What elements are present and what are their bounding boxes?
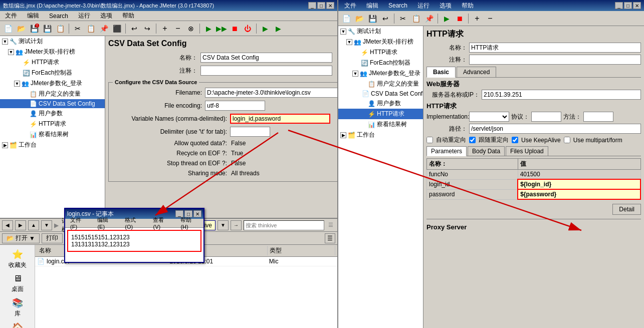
nav-favorites[interactable]: ⭐ 收藏夹 — [0, 247, 35, 271]
cb-auto-redirect[interactable] — [426, 137, 433, 143]
r-tree-userparams[interactable]: 👤 用户参数 — [338, 98, 423, 109]
method-input[interactable] — [583, 112, 613, 122]
protocol-input[interactable] — [531, 112, 561, 122]
toolbar-copy[interactable]: 📋 — [85, 23, 97, 35]
r-toolbar-open[interactable]: 📂 — [353, 13, 365, 25]
tree-item-workbench[interactable]: ▶ 🗂️ 工作台 — [0, 140, 105, 150]
nav-desktop[interactable]: 🖥 桌面 — [0, 271, 35, 295]
tree-item-user-params[interactable]: 👤 用户参数 — [0, 108, 105, 119]
toolbar-revert[interactable]: 📋 — [54, 23, 66, 35]
toolbar-clear[interactable]: ⊗ — [185, 23, 197, 35]
toolbar-play[interactable]: ▶ — [202, 23, 214, 35]
toolbar-save[interactable]: !💾 — [28, 23, 40, 35]
r-tree-uservars[interactable]: 📋 用户定义的变量 — [338, 79, 423, 89]
right-menu-run[interactable]: 运行 — [414, 1, 433, 11]
addr-dropdown[interactable]: ▼ — [218, 220, 229, 230]
r-tree-thread[interactable]: ▼ 👥 JMeter关联-排行榜 — [338, 37, 423, 47]
r-expand-test[interactable]: ▼ — [340, 29, 346, 35]
subtab-filesupload[interactable]: Files Upload — [506, 146, 548, 156]
tree-item-user-vars[interactable]: 📋 用户定义的变量 — [0, 89, 105, 99]
toolbar-expand[interactable]: ⬛ — [111, 23, 123, 35]
r-toolbar-remove[interactable]: − — [484, 13, 496, 25]
menu-run[interactable]: 运行 — [75, 11, 93, 21]
r-expand-thread[interactable]: ▼ — [346, 39, 352, 45]
toolbar-cut[interactable]: ✂ — [72, 23, 84, 35]
r-tree-test-plan[interactable]: ▼ 🔧 测试计划 — [338, 26, 423, 37]
toolbar-stop[interactable]: ⏹ — [229, 23, 241, 35]
expand-test-plan[interactable]: ▼ — [2, 39, 8, 45]
toolbar-paste[interactable]: 📌 — [98, 23, 110, 35]
addr-go[interactable]: → — [231, 220, 242, 230]
toolbar-play2[interactable]: ▶▶ — [216, 23, 228, 35]
server-name-input[interactable] — [482, 90, 641, 100]
subtab-params[interactable]: Parameters — [426, 146, 467, 156]
http-name-input[interactable] — [469, 43, 641, 53]
view-options[interactable]: ☰ — [326, 222, 335, 228]
r-toolbar-new[interactable]: 📄 — [340, 13, 352, 25]
nav-homegroup[interactable]: 🏠 家庭组 — [0, 320, 35, 328]
r-tree-foreach[interactable]: 🔄 ForEach控制器 — [338, 58, 423, 68]
detail-btn[interactable]: Detail — [612, 204, 641, 215]
expand-workbench[interactable]: ▶ — [2, 142, 8, 148]
tree-item-test-plan[interactable]: ▼ 🔧 测试计划 — [0, 36, 105, 47]
notepad-menu-format[interactable]: 格式(O) — [122, 216, 146, 230]
notepad-menu-file[interactable]: 文件(F) — [67, 216, 90, 230]
param-row-password[interactable]: password ${password} — [427, 189, 641, 199]
encoding-input[interactable] — [205, 101, 265, 111]
nav-back[interactable]: ◀ — [2, 220, 13, 230]
notepad-menu-help[interactable]: 帮助(H) — [177, 216, 201, 230]
right-maximize-btn[interactable]: □ — [624, 2, 632, 9]
comment-input[interactable] — [200, 66, 332, 76]
nav-library[interactable]: 📚 库 — [0, 295, 35, 320]
r-toolbar-revt[interactable]: ↩ — [379, 13, 391, 25]
nav-forward[interactable]: ▶ — [15, 220, 26, 230]
r-tree-jmeter-param[interactable]: ▼ 👥 JMeter参数化_登录 — [338, 68, 423, 79]
search-input[interactable] — [244, 220, 324, 230]
cb-keepalive[interactable] — [512, 137, 518, 143]
name-input[interactable] — [200, 53, 332, 63]
r-toolbar-copy[interactable]: 📋 — [410, 13, 422, 25]
r-expand-jparam[interactable]: ▼ — [352, 71, 358, 77]
toolbar-open[interactable]: 📂 — [15, 23, 27, 35]
maximize-btn[interactable]: □ — [317, 2, 325, 9]
cb-multipart[interactable] — [564, 137, 570, 143]
open-btn[interactable]: 📂 打开 ▼ — [2, 233, 40, 243]
right-menu-search[interactable]: Search — [385, 2, 410, 10]
right-menu-help[interactable]: 帮助 — [459, 1, 477, 11]
toolbar-remote-play[interactable]: ▶ — [259, 23, 271, 35]
minimize-btn[interactable]: _ — [308, 2, 316, 9]
r-toolbar-add[interactable]: + — [471, 13, 483, 25]
impl-select[interactable] — [469, 112, 509, 122]
tree-item-jmeter-param[interactable]: ▼ 👥 JMeter参数化_登录 — [0, 78, 105, 89]
tree-item-view-tree[interactable]: 📊 察看结果树 — [0, 129, 105, 140]
right-minimize-btn[interactable]: _ — [615, 2, 623, 9]
r-tree-http2[interactable]: ⚡ HTTP请求 — [338, 109, 423, 119]
col-type[interactable]: 类型 — [268, 246, 335, 255]
menu-options[interactable]: 选项 — [97, 11, 115, 21]
param-row-login-id[interactable]: login_id ${login_id} — [427, 179, 641, 189]
subtab-bodydata[interactable]: Body Data — [468, 146, 505, 156]
tab-basic[interactable]: Basic — [426, 67, 456, 78]
tab-advanced[interactable]: Advanced — [457, 67, 496, 77]
tree-item-thread-group[interactable]: ▼ 👥 JMeter关联-排行榜 — [0, 47, 105, 57]
menu-file[interactable]: 文件 — [2, 11, 20, 21]
path-input[interactable] — [469, 124, 641, 134]
toolbar-saveas[interactable]: 💾 — [41, 23, 53, 35]
r-toolbar-paste[interactable]: 📌 — [423, 13, 435, 25]
r-toolbar-stop[interactable]: ⏹ — [454, 13, 466, 25]
cb-follow-redirect[interactable] — [469, 137, 476, 143]
r-tree-workbench[interactable]: ▶ 🗂️ 工作台 — [338, 130, 423, 140]
nav-recent[interactable]: ▼ — [41, 220, 52, 230]
varnames-input[interactable] — [230, 114, 330, 124]
param-row-funcno[interactable]: funcNo 401500 — [427, 170, 641, 180]
r-tree-csv[interactable]: 📄 CSV Data Set Config — [338, 89, 423, 98]
menu-help[interactable]: 帮助 — [119, 11, 137, 21]
close-btn[interactable]: ✕ — [326, 2, 334, 9]
toolbar-redo[interactable]: ↪ — [141, 23, 153, 35]
nav-up[interactable]: ▲ — [28, 220, 39, 230]
tree-item-csv-config[interactable]: 📄 CSV Data Set Config — [0, 99, 105, 108]
tree-item-http1[interactable]: ⚡ HTTP请求 — [0, 57, 105, 68]
tree-item-http2[interactable]: ⚡ HTTP请求 — [0, 119, 105, 129]
notepad-menu-edit[interactable]: 编辑(E) — [94, 216, 118, 230]
notepad-menu-view[interactable]: 查看(V) — [150, 216, 173, 230]
